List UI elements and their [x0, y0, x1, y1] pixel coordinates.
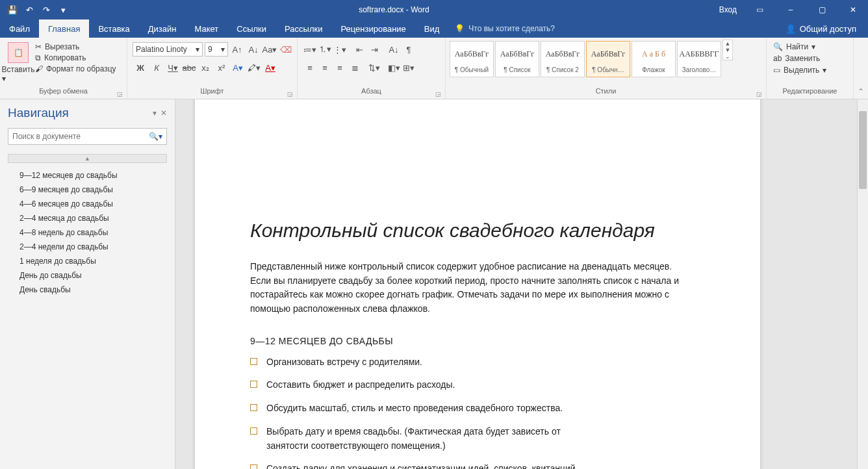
style-card[interactable]: АаБбВвГг¶ Список [495, 41, 539, 77]
find-button[interactable]: 🔍Найти ▾ [773, 42, 826, 51]
tab-главная[interactable]: Главная [39, 19, 89, 38]
bold-button[interactable]: Ж [133, 60, 148, 75]
checklist-text[interactable]: Составить бюджет и распределить расходы. [266, 378, 591, 392]
checklist-text[interactable]: Создать папку для хранения и систематиза… [266, 462, 591, 469]
nav-search-input[interactable]: 🔍▾ [8, 128, 167, 145]
font-color-icon[interactable]: A▾ [262, 60, 278, 75]
font-name-combo[interactable]: Palatino Linoty▾ [133, 42, 203, 57]
shading-icon[interactable]: ◧▾ [387, 60, 401, 75]
nav-heading-item[interactable]: 6—9 месяцев до свадьбы [0, 183, 175, 197]
nav-heading-item[interactable]: День до свадьбы [0, 268, 175, 283]
undo-icon[interactable]: ↶ [22, 3, 36, 17]
tab-файл[interactable]: Файл [0, 19, 39, 38]
superscript-button[interactable]: x² [214, 60, 229, 75]
style-card[interactable]: АаБбВвГг¶ Обычн… [586, 41, 630, 77]
line-spacing-icon[interactable]: ⇅▾ [367, 60, 381, 75]
dialog-launcher-icon[interactable]: ◲ [435, 91, 441, 97]
document-area[interactable]: Контрольный список свадебного календаря … [175, 99, 868, 469]
doc-heading[interactable]: 9—12 МЕСЯЦЕВ ДО СВАДЬБЫ [250, 336, 695, 346]
nav-menu-icon[interactable]: ▾ [153, 108, 157, 118]
styles-down-icon[interactable]: ▼ [723, 47, 732, 53]
tab-дизайн[interactable]: Дизайн [139, 19, 186, 38]
checklist-item[interactable]: Организовать встречу с родителями. [250, 355, 695, 370]
format-painter-button[interactable]: 🖌Формат по образцу [35, 64, 116, 73]
minimize-button[interactable]: – [776, 0, 806, 19]
underline-button[interactable]: Ч▾ [165, 60, 181, 75]
multilevel-icon[interactable]: ⋮▾ [333, 42, 347, 57]
doc-intro[interactable]: Представленный ниже контрольный список с… [250, 260, 695, 316]
checkbox-icon[interactable] [250, 464, 257, 469]
checklist-item[interactable]: Обсудить масштаб, стиль и место проведен… [250, 401, 695, 416]
tab-вставка[interactable]: Вставка [89, 19, 138, 38]
doc-title[interactable]: Контрольный список свадебного календаря [250, 220, 695, 242]
nav-jump-top-icon[interactable]: ▲ [8, 154, 167, 163]
align-right-icon[interactable]: ≡ [333, 60, 347, 75]
tab-рецензирование[interactable]: Рецензирование [331, 19, 415, 38]
shrink-font-icon[interactable]: A↓ [246, 42, 261, 57]
collapse-ribbon-icon[interactable]: ⌃ [858, 87, 864, 96]
text-effects-icon[interactable]: A▾ [230, 60, 246, 75]
share-button[interactable]: 👤 Общий доступ [780, 19, 862, 38]
checkbox-icon[interactable] [250, 427, 257, 435]
tab-макет[interactable]: Макет [185, 19, 227, 38]
checklist-text[interactable]: Выбрать дату и время свадьбы. (Фактическ… [266, 425, 591, 453]
highlight-icon[interactable]: 🖍▾ [246, 60, 262, 75]
nav-close-icon[interactable]: ✕ [160, 108, 167, 118]
tab-ссылки[interactable]: Ссылки [227, 19, 275, 38]
show-marks-icon[interactable]: ¶ [402, 42, 416, 57]
checkbox-icon[interactable] [250, 381, 257, 388]
tell-me-search[interactable]: 💡 Что вы хотите сделать? [448, 19, 561, 38]
save-icon[interactable]: 💾 [5, 3, 19, 17]
justify-icon[interactable]: ≣ [348, 60, 362, 75]
font-size-combo[interactable]: 9▾ [205, 42, 228, 57]
select-button[interactable]: ▭Выделить ▾ [773, 66, 826, 75]
qat-customize-icon[interactable]: ▾ [56, 3, 70, 17]
style-card[interactable]: А а Б бФлажок [632, 41, 676, 77]
style-card[interactable]: АаБбВвГг¶ Список 2 [541, 41, 585, 77]
close-button[interactable]: ✕ [838, 0, 868, 19]
align-left-icon[interactable]: ≡ [303, 60, 317, 75]
decrease-indent-icon[interactable]: ⇤ [352, 42, 366, 57]
styles-more-icon[interactable]: ⌄ [723, 53, 732, 60]
change-case-icon[interactable]: Aa▾ [262, 42, 277, 57]
checklist-item[interactable]: Выбрать дату и время свадьбы. (Фактическ… [250, 425, 695, 453]
checkbox-icon[interactable] [250, 358, 257, 365]
checklist-text[interactable]: Обсудить масштаб, стиль и место проведен… [266, 401, 591, 416]
checklist-item[interactable]: Составить бюджет и распределить расходы. [250, 378, 695, 392]
dialog-launcher-icon[interactable]: ◲ [756, 91, 762, 97]
maximize-button[interactable]: ▢ [807, 0, 837, 19]
nav-heading-item[interactable]: 9—12 месяцев до свадьбы [0, 168, 175, 183]
checkbox-icon[interactable] [250, 404, 257, 411]
copy-button[interactable]: ⧉Копировать [35, 53, 116, 62]
subscript-button[interactable]: x₂ [198, 60, 213, 75]
checklist-item[interactable]: Создать папку для хранения и систематиза… [250, 462, 695, 469]
sort-icon[interactable]: A↓ [387, 42, 401, 57]
signin-button[interactable]: Вход [713, 0, 743, 19]
clear-format-icon[interactable]: ⌫ [279, 42, 293, 57]
nav-heading-item[interactable]: 4—8 недель до свадьбы [0, 225, 175, 240]
replace-button[interactable]: abЗаменить [773, 54, 826, 63]
strike-button[interactable]: abc [181, 60, 197, 75]
nav-heading-item[interactable]: 1 неделя до свадьбы [0, 254, 175, 268]
nav-heading-item[interactable]: 4—6 месяцев до свадьбы [0, 197, 175, 211]
cut-button[interactable]: ✂Вырезать [35, 42, 116, 51]
paste-button[interactable]: 📋 Вставить▾ [3, 40, 34, 83]
vertical-scrollbar[interactable] [857, 99, 868, 469]
ribbon-display-options-icon[interactable]: ▭ [745, 0, 774, 19]
redo-icon[interactable]: ↷ [39, 3, 53, 17]
italic-button[interactable]: К [149, 60, 164, 75]
align-center-icon[interactable]: ≡ [318, 60, 332, 75]
increase-indent-icon[interactable]: ⇥ [367, 42, 381, 57]
grow-font-icon[interactable]: A↑ [230, 42, 244, 57]
nav-heading-item[interactable]: 2—4 месяца до свадьбы [0, 211, 175, 225]
nav-heading-item[interactable]: 2—4 недели до свадьбы [0, 240, 175, 254]
dialog-launcher-icon[interactable]: ◲ [117, 91, 123, 97]
numbering-icon[interactable]: ⒈▾ [318, 42, 332, 57]
borders-icon[interactable]: ⊞▾ [402, 60, 416, 75]
style-card[interactable]: ААББВВГГЗаголово… [677, 41, 721, 77]
dialog-launcher-icon[interactable]: ◲ [287, 91, 293, 97]
nav-heading-item[interactable]: День свадьбы [0, 283, 175, 297]
checklist-text[interactable]: Организовать встречу с родителями. [266, 355, 591, 370]
styles-up-icon[interactable]: ▲ [723, 40, 732, 47]
bullets-icon[interactable]: ≔▾ [303, 42, 317, 57]
